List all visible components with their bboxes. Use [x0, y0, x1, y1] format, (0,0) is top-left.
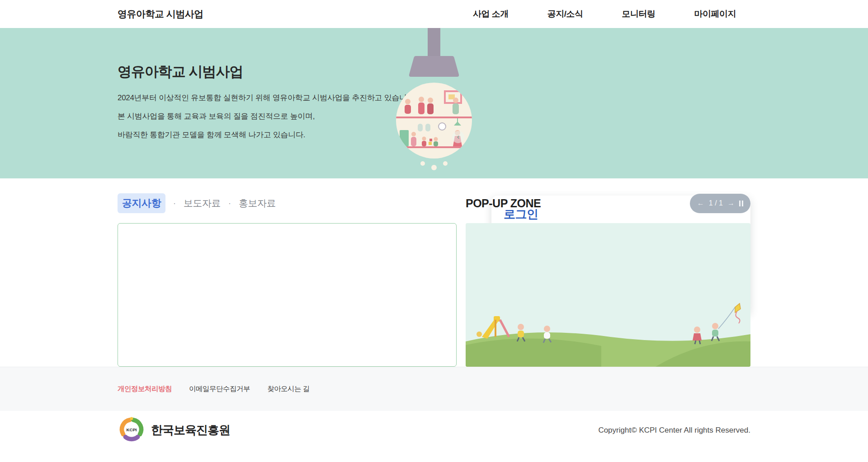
pager-pause-icon[interactable] [739, 201, 743, 206]
footer-link-email[interactable]: 이메일무단수집거부 [189, 384, 250, 394]
footer-links-bar: 개인정보처리방침 이메일무단수집거부 찾아오시는 길 [0, 367, 868, 411]
kcpi-logo-icon: KCPI [118, 415, 146, 445]
hero-description: 2024년부터 이상적인 유보통합 실현하기 위해 영유아학교 시범사업을 추진… [118, 89, 416, 144]
nav-menu: 사업 소개 공지/소식 모니터링 마이페이지 [473, 8, 750, 20]
notice-column: 공지사항 · 보도자료 · 홍보자료 [118, 192, 457, 367]
footer-link-directions[interactable]: 찾아오시는 길 [267, 384, 310, 394]
hero-line-3: 바람직한 통합기관 모델을 함께 모색해 나가고 있습니다. [118, 126, 416, 144]
tab-notice[interactable]: 공지사항 [118, 193, 165, 213]
hero-title: 영유아학교 시범사업 [118, 62, 243, 81]
notice-list-box [118, 223, 457, 367]
board-tabs: 공지사항 · 보도자료 · 홍보자료 [118, 193, 276, 213]
site-logo[interactable]: 영유아학교 시범사업 [118, 8, 203, 20]
main-content: 공지사항 · 보도자료 · 홍보자료 POP-UP ZONE ← 1 / 1 → [0, 178, 868, 367]
top-navigation: 영유아학교 시범사업 사업 소개 공지/소식 모니터링 마이페이지 [0, 0, 868, 28]
tab-press[interactable]: 보도자료 [184, 197, 221, 210]
nav-item-monitoring[interactable]: 모니터링 [622, 8, 656, 20]
footer-identity-bar: KCPI 한국보육진흥원 Copyright© KCPI Center All … [0, 411, 868, 449]
footer-link-privacy[interactable]: 개인정보처리방침 [118, 384, 172, 394]
org-name: 한국보육진흥원 [151, 422, 230, 438]
popup-pager: ← 1 / 1 → [690, 194, 750, 213]
kcpi-logo-text: KCPI [126, 427, 137, 432]
popup-column: POP-UP ZONE ← 1 / 1 → [466, 192, 750, 367]
nav-item-notice[interactable]: 공지/소식 [547, 8, 583, 20]
nav-item-mypage[interactable]: 마이페이지 [694, 8, 736, 20]
tab-separator: · [173, 199, 176, 208]
pager-next-icon[interactable]: → [727, 199, 735, 207]
pager-page-indicator: 1 / 1 [709, 199, 723, 207]
tab-promo[interactable]: 홍보자료 [239, 197, 276, 210]
pager-prev-icon[interactable]: ← [697, 199, 704, 207]
popup-banner-image[interactable] [466, 223, 750, 367]
hero-banner: 영유아학교 시범사업 2024년부터 이상적인 유보통합 실현하기 위해 영유아… [0, 28, 868, 178]
tab-separator: · [228, 199, 231, 208]
copyright-text: Copyright© KCPI Center All rights Reserv… [598, 426, 750, 435]
popup-zone-title: POP-UP ZONE [466, 197, 541, 210]
hero-carousel-prev-icon[interactable]: ‹ [452, 131, 464, 143]
hero-line-1: 2024년부터 이상적인 유보통합 실현하기 위해 영유아학교 시범사업을 추진… [118, 89, 416, 107]
hero-line-2: 본 시범사업을 통해 교육과 보육의 질을 점진적으로 높이며, [118, 107, 416, 126]
nav-item-about[interactable]: 사업 소개 [473, 8, 509, 20]
